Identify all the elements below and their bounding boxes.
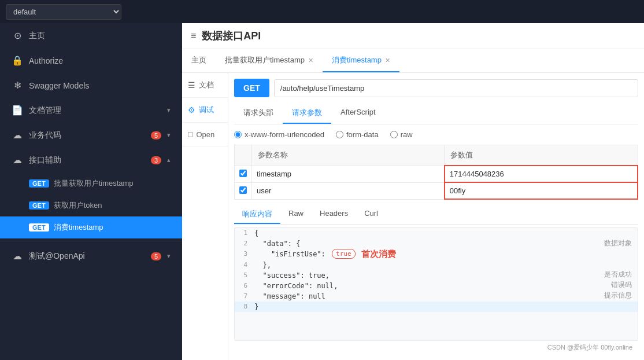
param-name-cell xyxy=(252,166,445,182)
sidebar-item-home[interactable]: ⊙ 主页 xyxy=(0,23,182,48)
tab-raw[interactable]: Raw xyxy=(280,205,312,224)
row-checkbox[interactable] xyxy=(239,186,247,194)
tab-headers[interactable]: Headers xyxy=(312,205,356,224)
row-checkbox-cell xyxy=(235,182,252,199)
tab-curl[interactable]: Curl xyxy=(356,205,386,224)
badge: 5 xyxy=(151,131,161,139)
tab-home[interactable]: 主页 xyxy=(182,49,216,72)
sidebar-item-label: 测试@OpenApi xyxy=(29,251,145,262)
side-note-errorcode: 错误码 xyxy=(611,280,632,290)
true-badge: true xyxy=(332,249,356,259)
sub-tab-label: AfterScript xyxy=(340,108,376,116)
method-button[interactable]: GET xyxy=(234,79,269,97)
badge: 3 xyxy=(151,156,161,164)
tab-batch-timestamp[interactable]: 批量获取用户timestamp ✕ xyxy=(216,49,323,72)
sidebar-sub-item-batch-timestamp[interactable]: GET 批量获取用户timestamp xyxy=(0,172,182,194)
sidebar-sub-item-get-token[interactable]: GET 获取用户token xyxy=(0,194,182,216)
code-line-8: 8 } xyxy=(235,302,638,312)
left-panel-label: 调试 xyxy=(199,105,214,115)
tab-afterscript[interactable]: AfterScript xyxy=(331,103,385,124)
main-layout: ⊙ 主页 🔒 Authorize ❄ Swagger Models 📄 文档管理… xyxy=(0,23,644,360)
left-panel-debug[interactable]: ⚙ 调试 xyxy=(182,98,228,123)
debug-icon: ⚙ xyxy=(188,105,195,115)
badge: 5 xyxy=(151,252,161,260)
radio-label: raw xyxy=(401,130,413,139)
sidebar-item-label: 接口辅助 xyxy=(29,155,145,166)
tab-label: 主页 xyxy=(191,55,206,65)
tab-consume-timestamp[interactable]: 消费timestamp ✕ xyxy=(323,49,399,72)
sidebar: ⊙ 主页 🔒 Authorize ❄ Swagger Models 📄 文档管理… xyxy=(0,23,182,360)
row-checkbox-cell xyxy=(235,166,252,182)
method-badge: GET xyxy=(29,201,49,210)
response-tab-label: Curl xyxy=(364,209,378,218)
close-tab-icon[interactable]: ✕ xyxy=(385,57,390,64)
sidebar-sub-item-consume-timestamp[interactable]: GET 消费timestamp xyxy=(0,216,182,238)
cloud-icon: ☁ xyxy=(12,155,23,166)
tab-bar: 主页 批量获取用户timestamp ✕ 消费timestamp ✕ xyxy=(182,49,644,73)
sidebar-item-doc-manage[interactable]: 📄 文档管理 ▾ xyxy=(0,98,182,123)
param-value-cell xyxy=(445,166,638,182)
radio-raw[interactable]: raw xyxy=(390,130,413,139)
sub-tabs: 请求头部 请求参数 AfterScript xyxy=(234,103,638,124)
sidebar-item-api-helper[interactable]: ☁ 接口辅助 3 ▴ xyxy=(0,148,182,172)
tab-request-headers[interactable]: 请求头部 xyxy=(234,103,283,124)
response-tab-label: Raw xyxy=(288,209,304,218)
left-panel-doc[interactable]: ☰ 文档 xyxy=(182,73,228,98)
side-note-message: 提示信息 xyxy=(604,291,632,300)
menu-icon: ≡ xyxy=(191,31,196,41)
chevron-up-icon: ▴ xyxy=(167,156,171,164)
workspace-select[interactable]: default xyxy=(6,4,121,20)
lock-icon: 🔒 xyxy=(12,55,23,66)
snowflake-icon: ❄ xyxy=(12,80,23,91)
code-line-3: 3 "isFirstUse": true 首次消费 xyxy=(235,249,638,260)
top-bar: default xyxy=(0,0,644,23)
param-name-input[interactable] xyxy=(257,186,439,195)
param-value-input[interactable] xyxy=(450,186,632,195)
left-panel-label: Open xyxy=(196,130,214,139)
response-tab-label: Headers xyxy=(320,209,348,218)
close-tab-icon[interactable]: ✕ xyxy=(308,57,313,64)
tab-label: 消费timestamp xyxy=(332,55,382,65)
col-checkbox xyxy=(235,145,252,166)
tab-response-content[interactable]: 响应内容 xyxy=(234,205,280,224)
sidebar-item-swagger-models[interactable]: ❄ Swagger Models xyxy=(0,73,182,98)
table-row xyxy=(235,166,638,182)
radio-form-data[interactable]: form-data xyxy=(336,130,379,139)
doc-panel-icon: ☰ xyxy=(188,80,195,90)
row-checkbox[interactable] xyxy=(239,170,247,177)
code-line-5: 5 "success": true, 是否成功 xyxy=(235,270,638,281)
sidebar-item-authorize[interactable]: 🔒 Authorize xyxy=(0,48,182,73)
watermark: CSDN @爱码少年 00fly.online xyxy=(234,340,638,354)
sub-tab-label: 请求参数 xyxy=(292,108,322,117)
left-panel: ☰ 文档 ⚙ 调试 □ Open xyxy=(182,73,228,360)
sidebar-item-label: Authorize xyxy=(29,56,171,65)
home-icon: ⊙ xyxy=(12,30,23,41)
content-type-radio-group: x-www-form-urlencoded form-data raw xyxy=(234,130,638,139)
sidebar-item-test-openapi[interactable]: ☁ 测试@OpenApi 5 ▾ xyxy=(0,244,182,269)
radio-label: form-data xyxy=(346,130,379,139)
col-param-value: 参数值 xyxy=(445,145,638,166)
chevron-down-icon: ▾ xyxy=(167,252,171,260)
code-area: 1 { 2 "data": { 数据对象 3 "isFirstUse": tru… xyxy=(234,227,638,340)
left-panel-label: 文档 xyxy=(199,80,214,90)
sub-tab-label: 请求头部 xyxy=(243,108,273,117)
params-table: 参数名称 参数值 xyxy=(234,145,638,200)
left-panel-open[interactable]: □ Open xyxy=(182,123,228,146)
cloud-icon: ☁ xyxy=(12,251,23,262)
method-badge: GET xyxy=(29,179,49,188)
chevron-down-icon: ▾ xyxy=(167,131,171,139)
sidebar-item-label: 主页 xyxy=(29,31,171,41)
code-line-1: 1 { xyxy=(235,228,638,238)
code-line-7: 7 "message": null 提示信息 xyxy=(235,291,638,302)
radio-x-www-form-urlencoded[interactable]: x-www-form-urlencoded xyxy=(234,130,324,139)
param-value-input[interactable] xyxy=(450,170,632,178)
content-header: ≡ 数据接口API xyxy=(182,23,644,49)
tab-label: 批量获取用户timestamp xyxy=(225,55,305,65)
param-name-input[interactable] xyxy=(257,170,439,178)
sidebar-item-label: Swagger Models xyxy=(29,81,171,90)
method-badge: GET xyxy=(29,223,49,232)
url-input[interactable] xyxy=(274,79,638,97)
sidebar-item-business-code[interactable]: ☁ 业务代码 5 ▾ xyxy=(0,123,182,148)
first-consume-label: 首次消费 xyxy=(361,249,396,260)
tab-request-params[interactable]: 请求参数 xyxy=(283,103,331,124)
